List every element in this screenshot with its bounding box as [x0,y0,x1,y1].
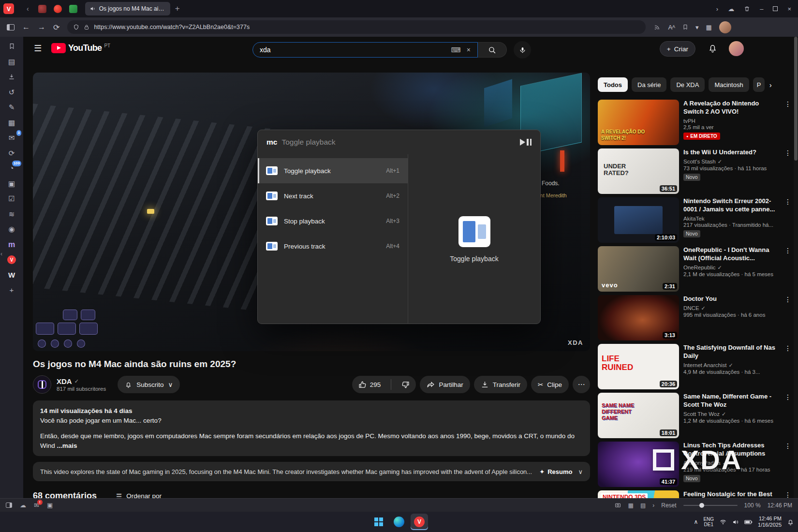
share-button[interactable]: Partilhar [420,376,470,393]
related-video-title[interactable]: OneRepublic - I Don't Wanna Wait (Offici… [683,246,780,263]
channel-info[interactable]: XDA ✓ 817 mil subscritores [57,377,106,392]
start-button[interactable] [370,514,387,530]
minimize-button[interactable]: – [760,5,763,13]
related-channel[interactable]: DNCE [683,305,699,311]
pinned-tab-2[interactable] [51,2,65,15]
account-avatar[interactable] [729,41,744,56]
related-video[interactable]: 3:13 Doctor You DNCE✓ 995 mil visualizaç… [598,295,791,340]
extensions-icon[interactable]: ▦ [706,24,712,31]
search-input[interactable]: xda ⌨ × [252,42,478,58]
page-scrollbar[interactable] [794,37,798,498]
closed-tabs-trash-icon[interactable] [744,5,750,12]
video-thumbnail[interactable]: LIFE RUINED 20:36 [598,344,679,389]
status-mail-icon[interactable]: ✉! [34,502,39,509]
url-dropdown-icon[interactable]: ▾ [695,24,699,31]
command-next-track[interactable]: Next track Alt+2 [258,183,408,208]
related-video[interactable]: 2:10:03 Nintendo Switch Erreur 2002-0001… [598,197,791,243]
video-thumbnail[interactable]: 3:13 [598,295,679,340]
capture-page-icon[interactable] [614,502,621,508]
vivaldi-logo-icon[interactable]: V [3,3,14,14]
filter-chip-series[interactable]: Da série [632,77,666,92]
related-channel[interactable]: Scott's Stash [683,159,716,164]
tray-expand-icon[interactable]: ∧ [694,518,698,525]
edge-taskbar-icon[interactable] [390,514,408,530]
notification-center-icon[interactable] [787,518,794,526]
filter-chip-cut[interactable]: P [753,77,765,92]
popup-header[interactable]: mc Toggle playback [258,130,540,154]
related-video[interactable]: UNDER RATED? 36:51 Is the Wii U Underrat… [598,148,791,194]
pinned-tab-1[interactable] [36,2,49,15]
tab-audio-icon[interactable] [90,6,96,12]
wifi-icon[interactable] [719,519,727,525]
player-channel-watermark[interactable]: XDA [568,339,583,346]
status-clock[interactable]: 12:46 PM [768,502,792,509]
related-video-title[interactable]: Doctor You [683,295,780,303]
summary-expand-icon[interactable]: ∨ [578,468,583,475]
back-button[interactable]: ← [22,23,30,31]
command-toggle-playback[interactable]: Toggle playback Alt+1 [258,158,408,183]
search-button[interactable] [478,42,507,58]
popup-query[interactable]: mc [266,138,277,147]
taskbar-clock[interactable]: 12:46 PM 1/16/2025 [758,516,782,528]
mastodon-web-panel-icon[interactable]: m [7,240,16,250]
feeds-panel-icon[interactable]: ≋ [7,209,16,219]
video-thumbnail[interactable]: SAME NAME DIFFERENT GAME 18:01 [598,393,679,438]
url-field[interactable]: https://www.youtube.com/watch?v=Z2ALbBn2… [67,20,646,34]
keyboard-icon[interactable]: ⌨ [451,46,461,54]
command-stop-playback[interactable]: Stop playback Alt+3 [258,208,408,234]
scrollbar-thumb[interactable] [794,37,798,161]
voice-search-button[interactable] [514,41,531,59]
filter-chip-channel[interactable]: De XDA [670,77,705,92]
history-panel-icon[interactable]: ↺ [7,88,16,97]
channel-avatar[interactable] [33,375,51,394]
panel-toggle-icon[interactable] [7,24,15,30]
dislike-button[interactable] [395,376,416,393]
bookmarks-panel-icon[interactable] [7,42,16,51]
site-info-lock-icon[interactable] [84,24,89,30]
subscribed-button[interactable]: Subscrito ∨ [118,376,180,393]
related-channel[interactable]: Internet Anarchist [683,362,727,368]
feed-cast-icon[interactable] [653,24,661,30]
language-indicator[interactable]: ENG DE1 [703,517,714,527]
video-menu-button[interactable]: ⋮ [784,442,791,487]
url-text[interactable]: https://www.youtube.com/watch?v=Z2ALbBn2… [94,24,250,30]
filter-chip-macintosh[interactable]: Macintosh [709,77,749,92]
channel-name[interactable]: XDA [57,377,72,385]
related-channel[interactable]: Scott The Woz [683,411,720,417]
reload-button[interactable]: ⟳ [53,23,59,32]
like-button[interactable]: 295 [352,376,387,393]
related-channel[interactable]: OneRepublic [683,265,715,270]
notes-panel-icon[interactable]: ✎ [7,103,16,112]
related-video[interactable]: SAME NAME DIFFERENT GAME 18:01 Same Name… [598,393,791,438]
status-panel-toggle-icon[interactable] [6,502,12,508]
tasks-progress-icon[interactable]: ◔109 [7,163,16,173]
close-button[interactable]: × [787,5,791,13]
calendar-panel-icon[interactable]: ▣ [7,179,16,189]
search-query-text[interactable]: xda [260,46,451,54]
tracker-shield-icon[interactable] [73,24,79,30]
video-thumbnail[interactable]: 2:10:03 [598,197,679,243]
active-tab[interactable]: Os jogos no M4 Mac ainda [85,2,170,15]
tab-scroll-left-icon[interactable]: ‹ [27,5,29,13]
zoom-slider[interactable] [683,505,738,506]
pinned-tab-3[interactable] [67,2,80,15]
video-thumbnail[interactable]: NINTENDO 3DS [598,490,679,498]
create-button[interactable]: + Criar [660,41,695,57]
filter-chip-all[interactable]: Todos [598,77,628,92]
tiling-icon[interactable]: ▤ [640,502,646,509]
youtube-logo[interactable]: YouTube PT [51,43,110,53]
related-video[interactable]: A REVELAÇÃO DO SWITCH 2! A Revelação do … [598,100,791,145]
vivaldi-taskbar-icon[interactable]: V [411,514,428,530]
related-video[interactable]: vevo 2:31 OneRepublic - I Don't Wanna Wa… [598,246,791,292]
browser-profile-avatar[interactable] [719,21,731,33]
reading-list-panel-icon[interactable]: ▤ [7,57,16,67]
clear-search-icon[interactable]: × [467,46,471,54]
reader-view-icon[interactable]: Aᴬ [668,24,675,31]
more-actions-button[interactable]: ⋯ [573,376,590,393]
chips-scroll-right-icon[interactable]: › [769,81,772,89]
description-box[interactable]: 14 mil visualizações há 4 dias Você não … [33,400,590,456]
tasks-panel-icon[interactable]: ☑ [7,194,16,204]
downloads-panel-icon[interactable] [7,72,16,82]
related-video[interactable]: LIFE RUINED 20:36 The Satisfying Downfal… [598,344,791,389]
maximize-button[interactable] [773,6,778,11]
